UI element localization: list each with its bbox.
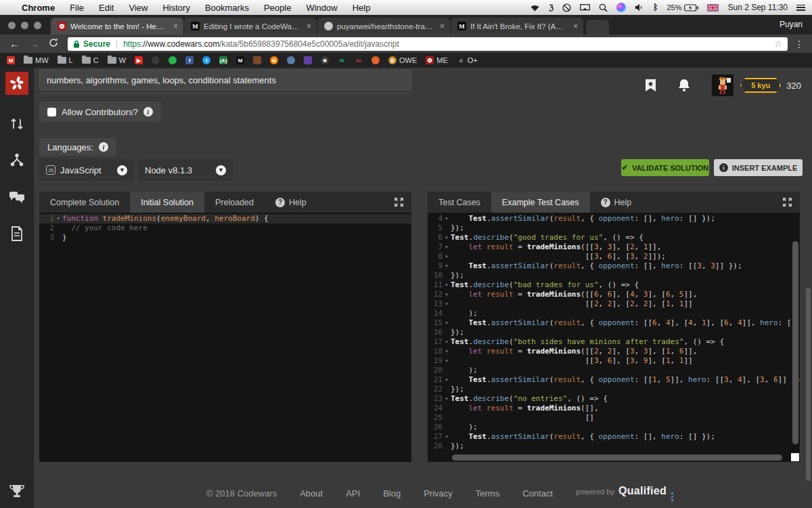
panel-tab-complete-solution[interactable]: Complete Solution [39,192,130,213]
bluetooth-icon[interactable]: ᛒ [653,3,658,12]
menubar-clock[interactable]: Sun 2 Sep 11:30 [727,3,788,12]
validate-solution-button[interactable]: ✔ VALIDATE SOLUTION [621,159,709,176]
notifications-bell-icon[interactable] [667,79,701,92]
bookmark-medium[interactable]: M [236,56,244,64]
allow-contributors-checkbox[interactable] [47,108,56,117]
bookmark-star-app[interactable]: ★ [321,56,329,64]
bookmark-folder-c[interactable]: C [82,56,99,64]
honor-score[interactable]: 320 [786,81,801,91]
menu-window[interactable]: Window [306,3,337,13]
fold-arrow-icon[interactable]: ▾ [443,233,451,242]
solution-editor[interactable]: 1▾function tradeMinions(enemyBoard, hero… [39,213,411,462]
powered-by-qualified[interactable]: powered by Qualified [576,485,673,501]
footer-link-blog[interactable]: Blog [383,488,401,499]
tab-close-icon[interactable]: × [572,22,578,31]
menu-history[interactable]: History [162,3,189,13]
chrome-profile-name[interactable]: Puyan [780,20,803,29]
panel-tab-help[interactable]: ?Help [265,192,317,213]
notification-center-icon[interactable] [796,5,805,11]
bookmark-folder-w[interactable]: W [108,56,126,64]
zoom-window-button[interactable] [34,22,41,29]
discussions-icon[interactable] [0,179,34,215]
editor-vertical-scrollbar[interactable] [792,241,798,444]
panel-tab-example-test-cases[interactable]: Example Test Cases [491,192,590,213]
fold-arrow-icon[interactable]: ▾ [443,347,451,356]
fold-arrow-icon[interactable]: ▾ [443,394,451,404]
browser-tab[interactable]: MEditing I wrote a CodeWars Puz× [184,18,317,35]
bookmark-folder-l[interactable]: L [58,56,73,64]
bookmark-github[interactable] [152,56,160,64]
bookmark-pointer-app[interactable] [287,56,295,64]
bookmark-gmail[interactable]: M [7,56,15,64]
tab-close-icon[interactable]: × [438,22,445,31]
browser-tab[interactable]: ❂Welcome to the Inn! - Hearthst× [51,18,183,35]
user-avatar[interactable] [712,75,734,96]
bookmark-twitter[interactable]: t [202,56,210,64]
footer-link-terms[interactable]: Terms [476,488,499,499]
reload-button[interactable] [49,38,58,49]
collections-bookmark-icon[interactable] [633,79,667,92]
panel-tab-preloaded[interactable]: Preloaded [204,192,265,213]
fold-arrow-icon[interactable]: ▾ [443,356,451,366]
menu-file[interactable]: File [70,3,84,13]
back-button[interactable]: ← [9,38,20,49]
bookmark-blogger[interactable]: B [270,56,278,64]
minimize-window-button[interactable] [21,22,28,29]
language-select[interactable]: JS JavaScript ▼ [39,159,134,181]
tab-close-icon[interactable]: × [305,22,311,31]
page-scrollbar[interactable] [806,288,811,481]
menu-people[interactable]: People [264,3,291,13]
panel-tab-test-cases[interactable]: Test Cases [428,192,491,213]
menu-chrome[interactable]: Chrome [22,3,55,13]
rank-badge[interactable]: 5 kyu [740,78,781,93]
bookmark-youtube[interactable]: ▶ [135,56,143,64]
fold-arrow-icon[interactable]: ▾ [443,432,451,442]
bookmark-red-m[interactable]: m [355,56,363,64]
bookmark-pixel-avatar[interactable] [253,56,261,64]
bookmark-star-icon[interactable]: ☆ [774,39,782,49]
dnd-icon[interactable] [562,3,571,12]
fold-arrow-icon[interactable]: ▾ [443,375,451,385]
bookmark-orange-app[interactable] [371,56,380,64]
bookmark-twitch[interactable] [304,56,312,64]
browser-tab[interactable]: puyanwei/hearthstone-trading-× [317,18,450,35]
fullscreen-expand-icon[interactable] [783,192,800,213]
footer-link-contact[interactable]: Contact [522,488,553,499]
new-tab-button[interactable] [586,20,609,35]
leaderboard-trophy-icon[interactable] [0,484,34,499]
window-controls[interactable] [8,22,41,29]
display-icon[interactable] [580,4,590,12]
fold-arrow-icon[interactable]: ▾ [54,214,62,224]
bookmark-green-m[interactable]: M [338,56,346,64]
footer-link-about[interactable]: About [300,488,323,499]
panel-tab-help[interactable]: ?Help [590,192,643,213]
flux-icon[interactable]: ℨ [549,3,554,12]
bookmark-codewars-me[interactable]: ❂ME [426,56,448,64]
chrome-menu-icon[interactable]: ⋮ [794,39,804,49]
panel-tab-initial-solution[interactable]: Initial Solution [130,192,204,213]
fold-arrow-icon[interactable]: ▾ [443,318,451,328]
address-bar[interactable]: Secure | https://www.codewars.com/kata/5… [68,37,788,51]
info-icon[interactable]: i [99,142,108,152]
docs-icon[interactable] [0,215,34,252]
close-window-button[interactable] [8,22,16,29]
bookmark-facebook[interactable]: f [185,56,194,64]
wifi-icon[interactable] [530,4,540,12]
bookmark-a-app[interactable]: (A) [219,56,227,64]
editor-horizontal-scrollbar[interactable] [452,454,782,461]
kumite-icon[interactable] [0,106,34,142]
insert-example-button[interactable]: i INSERT EXAMPLE [714,159,803,176]
battery-indicator[interactable]: 25% [667,3,698,12]
spotlight-icon[interactable] [599,3,608,12]
fold-arrow-icon[interactable]: ▾ [443,261,451,271]
version-select[interactable]: Node v8.1.3 ▼ [138,159,233,181]
bookmark-owe[interactable]: ₿OWE [388,56,417,64]
bookmark-green-app[interactable] [168,56,177,64]
tests-editor[interactable]: 4▾ Test.assertSimilar(result, { opponent… [428,213,800,462]
fold-arrow-icon[interactable]: ▾ [443,337,451,347]
bookmark-o-plus[interactable]: ◈O+ [457,56,478,64]
codewars-logo[interactable] [5,72,28,95]
fork-icon[interactable] [0,142,34,179]
menu-help[interactable]: Help [353,3,371,13]
browser-tab[interactable]: MIf It Ain't Broke, Fix It? (And Le× [451,18,583,35]
